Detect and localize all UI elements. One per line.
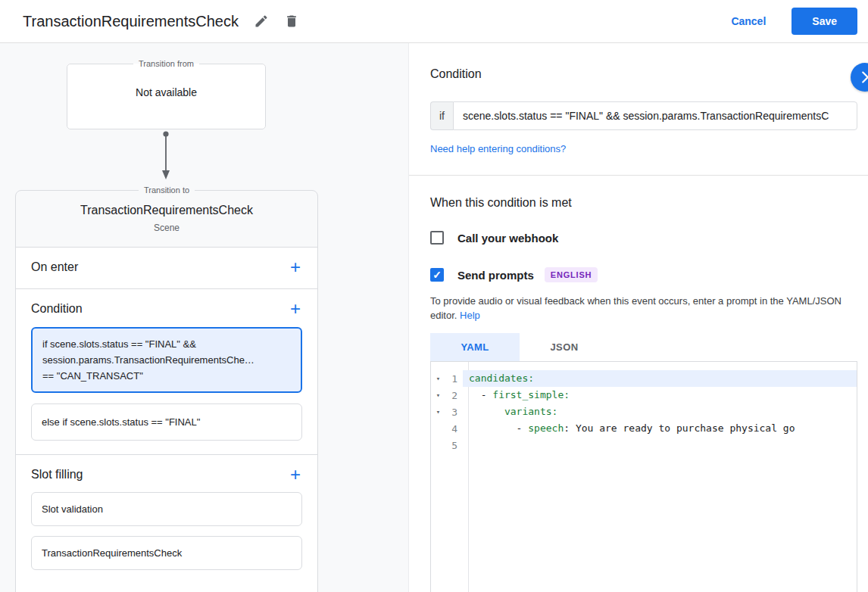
code-line-2: ▾ 2 - first_simple: xyxy=(431,387,857,403)
tab-yaml[interactable]: YAML xyxy=(430,333,520,361)
condition-expression-row: if xyxy=(430,101,857,130)
scene-title: TransactionRequirementsCheck xyxy=(28,204,305,217)
main-body: Transition from Not available Transition… xyxy=(0,43,868,592)
edit-title-button[interactable] xyxy=(246,6,276,36)
yaml-code-editor[interactable]: ▾ 1 candidates: ▾ 2 - first_simple: ▾ 3 … xyxy=(430,361,857,592)
checkmark-icon: ✓ xyxy=(432,270,442,280)
scene-node-card: Transition to TransactionRequirementsChe… xyxy=(15,185,318,592)
scene-graph-panel: Transition from Not available Transition… xyxy=(0,43,409,592)
code-token: : You are ready to purchase physical go xyxy=(564,422,795,434)
call-webhook-label: Call your webhook xyxy=(457,232,558,245)
condition-item-selected[interactable]: if scene.slots.status == "FINAL" && sess… xyxy=(31,327,302,393)
transition-from-node: Transition from Not available xyxy=(67,59,266,129)
transition-arrow-icon xyxy=(160,131,172,181)
tab-json[interactable]: JSON xyxy=(520,333,609,361)
condition-help-link[interactable]: Need help entering conditions? xyxy=(430,143,566,154)
condition-heading: Condition xyxy=(430,67,868,81)
plus-icon: + xyxy=(290,464,301,485)
line-number: 1 xyxy=(445,373,463,385)
on-enter-section: On enter + xyxy=(16,248,317,289)
send-prompts-checkbox[interactable]: ✓ xyxy=(430,268,444,282)
header: TransactionRequirementsCheck Cancel Save xyxy=(0,0,868,43)
code-text: - speech: You are ready to purchase phys… xyxy=(463,420,857,437)
slot-filling-section: Slot filling + Slot validation Transacti… xyxy=(16,455,317,592)
fold-arrow-icon[interactable]: ▾ xyxy=(431,408,445,416)
webhook-row: Call your webhook xyxy=(430,231,868,245)
on-enter-label: On enter xyxy=(31,260,78,274)
trash-icon xyxy=(284,14,299,29)
code-text: candidates: xyxy=(463,370,857,387)
code-token: speech xyxy=(528,422,564,434)
code-line-3: ▾ 3 variants: xyxy=(431,403,857,420)
call-webhook-checkbox[interactable] xyxy=(430,231,444,245)
add-on-enter-button[interactable]: + xyxy=(289,260,302,275)
transition-to-label: Transition to xyxy=(139,185,195,195)
scene-node-header: TransactionRequirementsCheck Scene xyxy=(16,195,317,248)
code-line-4: 4 - speech: You are ready to purchase ph… xyxy=(431,420,857,437)
slot-filling-label: Slot filling xyxy=(31,468,83,481)
code-line-1: ▾ 1 candidates: xyxy=(431,370,857,387)
add-slot-button[interactable]: + xyxy=(289,467,302,482)
condition-section-label: Condition xyxy=(31,302,83,316)
code-line-5: 5 xyxy=(431,437,857,453)
transition-from-label: Transition from xyxy=(133,59,199,68)
code-token: candidates: xyxy=(469,372,534,384)
add-condition-button[interactable]: + xyxy=(289,301,302,316)
line-number: 2 xyxy=(445,390,463,401)
send-prompts-row: ✓ Send prompts ENGLISH xyxy=(430,267,868,282)
delete-scene-button[interactable] xyxy=(276,6,307,36)
if-label: if xyxy=(430,101,453,130)
code-token: first_simple: xyxy=(492,389,570,400)
code-text: - first_simple: xyxy=(463,387,857,403)
code-token xyxy=(469,406,504,417)
condition-expression-input[interactable] xyxy=(453,101,857,130)
code-token: - xyxy=(469,422,528,434)
section-divider xyxy=(409,175,868,176)
condition-item[interactable]: else if scene.slots.status == "FINAL" xyxy=(31,403,302,441)
editor-format-tabs: YAML JSON xyxy=(430,333,868,361)
transition-from-value: Not available xyxy=(67,86,265,98)
code-text xyxy=(463,437,857,453)
code-token: variants: xyxy=(504,406,557,417)
condition-section: Condition + if scene.slots.status == "FI… xyxy=(16,289,317,455)
code-token: - xyxy=(469,389,492,400)
line-number: 5 xyxy=(445,440,463,451)
code-text: variants: xyxy=(463,403,857,420)
send-prompts-label: Send prompts xyxy=(457,269,534,282)
cancel-button[interactable]: Cancel xyxy=(722,9,775,33)
pencil-icon xyxy=(254,14,269,29)
line-number: 3 xyxy=(445,407,463,418)
slot-item-validation[interactable]: Slot validation xyxy=(31,492,302,526)
line-number: 4 xyxy=(445,423,463,435)
slot-item-transaction-requirements[interactable]: TransactionRequirementsCheck xyxy=(31,536,302,570)
scene-editor-window: TransactionRequirementsCheck Cancel Save… xyxy=(0,0,868,592)
plus-icon: + xyxy=(290,298,301,319)
page-title: TransactionRequirementsCheck xyxy=(23,13,239,30)
prompt-description-text: To provide audio or visual feedback when… xyxy=(430,295,841,321)
prompt-help-link[interactable]: Help xyxy=(460,310,480,321)
prompt-description: To provide audio or visual feedback when… xyxy=(430,294,868,322)
plus-icon: + xyxy=(290,257,301,277)
chevron-right-icon xyxy=(857,69,868,86)
condition-detail-panel: Condition if Need help entering conditio… xyxy=(409,43,868,592)
save-button[interactable]: Save xyxy=(792,8,857,35)
language-badge: ENGLISH xyxy=(545,267,598,282)
fold-arrow-icon[interactable]: ▾ xyxy=(431,391,445,399)
when-condition-met-heading: When this condition is met xyxy=(430,196,868,210)
fold-arrow-icon[interactable]: ▾ xyxy=(431,375,445,382)
scene-subtitle: Scene xyxy=(28,223,305,233)
